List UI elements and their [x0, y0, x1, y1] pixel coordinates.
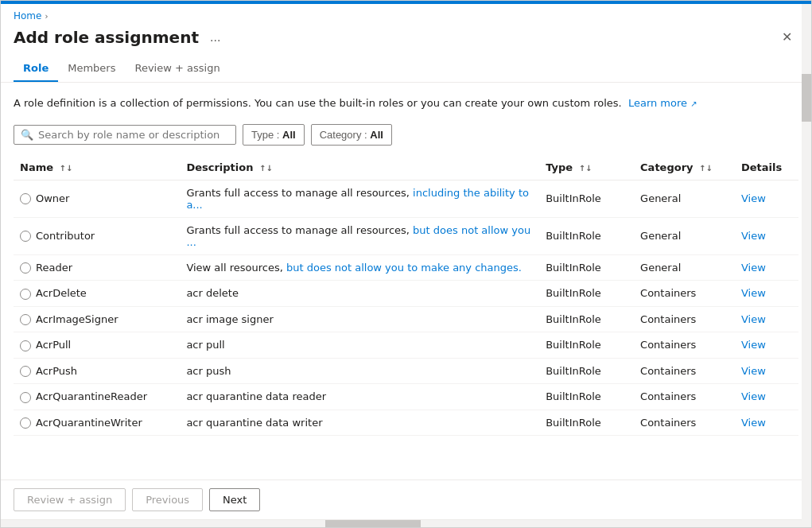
title-row: Add role assignment ... ✕	[14, 26, 798, 48]
table-row[interactable]: AcrImageSigneracr image signerBuiltInRol…	[14, 306, 798, 332]
cell-name: AcrImageSigner	[14, 306, 180, 332]
tab-role[interactable]: Role	[14, 56, 58, 82]
cell-type: BuiltInRole	[539, 217, 634, 254]
search-icon: 🔍	[21, 129, 33, 141]
cell-details: View	[735, 254, 798, 281]
cell-description: acr image signer	[180, 306, 539, 332]
horizontal-scrollbar[interactable]	[1, 519, 811, 527]
row-radio[interactable]	[20, 392, 31, 403]
cell-description: acr quarantine data writer	[180, 410, 539, 436]
cell-name: AcrQuarantineReader	[14, 384, 180, 410]
cell-name: Owner	[14, 180, 180, 217]
table-row[interactable]: ReaderView all resources, but does not a…	[14, 254, 798, 281]
table-row[interactable]: AcrDeleteacr deleteBuiltInRoleContainers…	[14, 281, 798, 307]
review-assign-button[interactable]: Review + assign	[14, 488, 126, 511]
sort-icon-name[interactable]: ↑↓	[60, 164, 73, 173]
breadcrumb: Home ›	[14, 10, 798, 21]
row-radio[interactable]	[20, 231, 31, 242]
footer: Review + assign Previous Next	[1, 479, 811, 519]
table-row[interactable]: AcrQuarantineWriteracr quarantine data w…	[14, 410, 798, 436]
main-window: Home › Add role assignment ... ✕ Role Me…	[0, 0, 812, 528]
ellipsis-menu-button[interactable]: ...	[205, 29, 225, 46]
filters-row: 🔍 Type : All Category : All	[14, 124, 798, 146]
table-row[interactable]: OwnerGrants full access to manage all re…	[14, 180, 798, 217]
view-details-link[interactable]: View	[741, 365, 766, 377]
close-button[interactable]: ✕	[775, 26, 798, 48]
cell-description: acr delete	[180, 281, 539, 307]
category-filter-button[interactable]: Category : All	[311, 124, 392, 146]
sort-icon-type[interactable]: ↑↓	[579, 164, 592, 173]
cell-description: View all resources, but does not allow y…	[180, 254, 539, 281]
row-radio[interactable]	[20, 366, 31, 377]
cell-name: AcrPull	[14, 332, 180, 359]
cell-type: BuiltInRole	[539, 254, 634, 281]
cell-details: View	[735, 217, 798, 254]
cell-details: View	[735, 306, 798, 332]
previous-button[interactable]: Previous	[132, 488, 203, 511]
table-row[interactable]: AcrQuarantineReaderacr quarantine data r…	[14, 384, 798, 410]
row-radio[interactable]	[20, 314, 31, 325]
view-details-link[interactable]: View	[741, 339, 766, 351]
cell-type: BuiltInRole	[539, 306, 634, 332]
search-input[interactable]	[38, 129, 229, 141]
cell-name: AcrDelete	[14, 281, 180, 307]
tab-review-assign[interactable]: Review + assign	[125, 56, 229, 82]
cell-name: Contributor	[14, 217, 180, 254]
vertical-scrollbar-thumb	[802, 74, 811, 122]
row-radio[interactable]	[20, 193, 31, 204]
table-row[interactable]: AcrPullacr pullBuiltInRoleContainersView	[14, 332, 798, 359]
cell-description: acr push	[180, 358, 539, 384]
roles-table-container: Name ↑↓ Description ↑↓ Type ↑↓ Categor	[14, 155, 798, 437]
description-text: A role definition is a collection of per…	[14, 95, 798, 111]
view-details-link[interactable]: View	[741, 417, 766, 429]
cell-type: BuiltInRole	[539, 281, 634, 307]
sort-icon-description[interactable]: ↑↓	[259, 164, 273, 173]
view-details-link[interactable]: View	[741, 262, 766, 274]
cell-category: Containers	[634, 410, 735, 436]
cell-type: BuiltInRole	[539, 384, 634, 410]
cell-name: Reader	[14, 254, 180, 281]
cell-type: BuiltInRole	[539, 180, 634, 217]
roles-table: Name ↑↓ Description ↑↓ Type ↑↓ Categor	[14, 155, 798, 437]
main-content: A role definition is a collection of per…	[1, 83, 811, 479]
view-details-link[interactable]: View	[741, 192, 766, 204]
view-details-link[interactable]: View	[741, 287, 766, 299]
table-row[interactable]: AcrPushacr pushBuiltInRoleContainersView	[14, 358, 798, 384]
table-header: Name ↑↓ Description ↑↓ Type ↑↓ Categor	[14, 155, 798, 181]
cell-details: View	[735, 332, 798, 359]
learn-more-link[interactable]: Learn more ↗	[628, 97, 697, 109]
row-radio[interactable]	[20, 340, 31, 351]
table-row[interactable]: ContributorGrants full access to manage …	[14, 217, 798, 254]
horizontal-scrollbar-thumb	[325, 520, 421, 527]
cell-description: acr quarantine data reader	[180, 384, 539, 410]
next-button[interactable]: Next	[209, 488, 260, 511]
cell-category: Containers	[634, 306, 735, 332]
sort-icon-category[interactable]: ↑↓	[699, 164, 713, 173]
cell-category: Containers	[634, 281, 735, 307]
view-details-link[interactable]: View	[741, 230, 766, 242]
col-header-type: Type ↑↓	[539, 155, 634, 181]
cell-details: View	[735, 358, 798, 384]
cell-category: General	[634, 254, 735, 281]
view-details-link[interactable]: View	[741, 390, 766, 402]
breadcrumb-home[interactable]: Home	[14, 10, 41, 21]
col-header-name: Name ↑↓	[14, 155, 180, 181]
row-radio[interactable]	[20, 417, 31, 429]
view-details-link[interactable]: View	[741, 313, 766, 325]
cell-name: AcrPush	[14, 358, 180, 384]
col-header-description: Description ↑↓	[180, 155, 539, 181]
table-body: OwnerGrants full access to manage all re…	[14, 180, 798, 436]
cell-details: View	[735, 281, 798, 307]
cell-type: BuiltInRole	[539, 332, 634, 359]
cell-description: Grants full access to manage all resourc…	[180, 217, 539, 254]
row-radio[interactable]	[20, 289, 31, 300]
tab-members[interactable]: Members	[58, 56, 125, 82]
vertical-scrollbar-track	[802, 4, 811, 527]
search-box: 🔍	[14, 125, 236, 145]
cell-details: View	[735, 384, 798, 410]
cell-details: View	[735, 410, 798, 436]
row-radio[interactable]	[20, 262, 31, 274]
page-title: Add role assignment	[14, 28, 199, 47]
type-filter-button[interactable]: Type : All	[243, 124, 305, 146]
cell-category: General	[634, 217, 735, 254]
